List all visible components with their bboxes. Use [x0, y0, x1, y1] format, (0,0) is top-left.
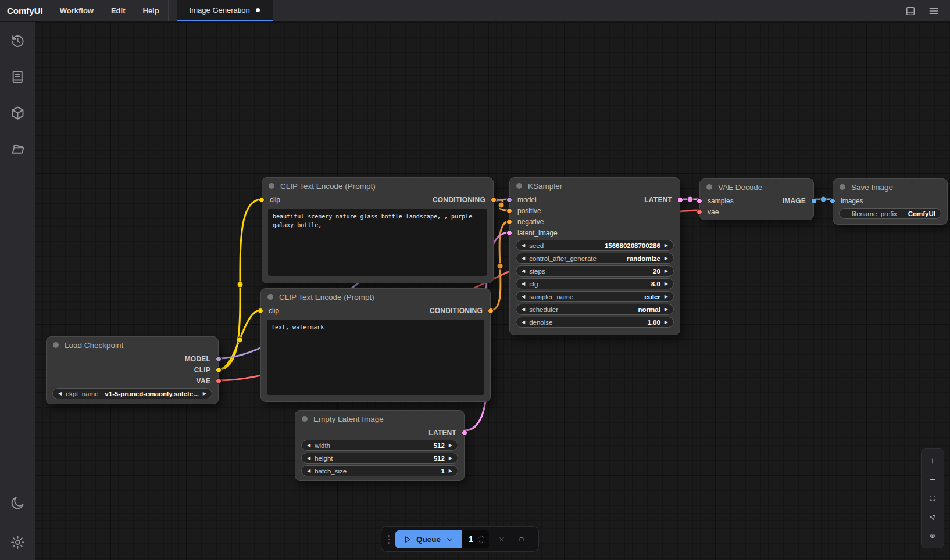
increment-arrow-icon[interactable]: ▶ — [449, 469, 452, 473]
increment-arrow-icon[interactable]: ▶ — [665, 295, 668, 299]
widget-sampler-name[interactable]: ◀ sampler_name euler ▶ — [516, 291, 674, 302]
node-save-image[interactable]: Save Image images filename_prefix ComfyU… — [833, 178, 948, 225]
stop-button[interactable] — [515, 532, 528, 546]
workflows-button[interactable] — [9, 140, 26, 157]
node-clip-text-encode-positive[interactable]: CLIP Text Encode (Prompt) clip CONDITION… — [262, 177, 494, 283]
widget-width[interactable]: ◀ width 512 ▶ — [301, 440, 458, 451]
decrement-arrow-icon[interactable]: ◀ — [522, 295, 525, 299]
collapse-dot-icon[interactable] — [53, 342, 59, 348]
drag-handle-icon[interactable] — [388, 535, 390, 544]
port-clip-output[interactable] — [216, 367, 222, 373]
node-header[interactable]: KSampler — [510, 178, 680, 194]
widget-cfg[interactable]: ◀ cfg 8.0 ▶ — [516, 278, 674, 289]
select-mode-button[interactable] — [926, 510, 940, 524]
decrement-arrow-icon[interactable]: ◀ — [522, 256, 525, 261]
batch-count-input[interactable]: 1 — [462, 530, 489, 548]
increment-arrow-icon[interactable]: ▶ — [665, 320, 668, 325]
clear-queue-button[interactable] — [495, 532, 509, 546]
widget-denoise[interactable]: ◀ denoise 1.00 ▶ — [516, 317, 674, 328]
port-vae-input[interactable] — [697, 209, 702, 215]
collapse-dot-icon[interactable] — [516, 183, 522, 189]
node-header[interactable]: VAE Decode — [700, 179, 813, 195]
collapse-dot-icon[interactable] — [267, 294, 273, 300]
widget-scheduler[interactable]: ◀ scheduler normal ▶ — [516, 304, 674, 315]
port-latent-image-input[interactable] — [506, 230, 512, 236]
port-model-output[interactable] — [216, 356, 222, 362]
port-latent-output[interactable] — [462, 430, 467, 436]
node-clip-text-encode-negative[interactable]: CLIP Text Encode (Prompt) clip CONDITION… — [260, 288, 491, 402]
negative-prompt-textarea[interactable]: text, watermark — [267, 320, 484, 395]
widget-height[interactable]: ◀ height 512 ▶ — [301, 453, 458, 464]
node-load-checkpoint[interactable]: Load Checkpoint MODEL CLIP VAE ◀ ckpt_na… — [46, 336, 219, 404]
collapse-dot-icon[interactable] — [706, 184, 712, 190]
increment-arrow-icon[interactable]: ▶ — [203, 392, 206, 396]
toggle-link-visibility-button[interactable] — [926, 529, 940, 543]
node-header[interactable]: Save Image — [833, 179, 947, 195]
node-library-button[interactable] — [9, 68, 26, 85]
widget-steps[interactable]: ◀ steps 20 ▶ — [516, 265, 674, 277]
widget-ckpt-name[interactable]: ◀ ckpt_name v1-5-pruned-emaonly.safete..… — [52, 388, 212, 399]
collapse-dot-icon[interactable] — [302, 416, 308, 422]
port-samples-input[interactable] — [697, 198, 702, 204]
queue-button[interactable]: Queue — [395, 530, 462, 548]
decrement-arrow-icon[interactable]: ◀ — [307, 456, 310, 461]
port-conditioning-output[interactable] — [491, 197, 497, 203]
port-model-input[interactable] — [506, 197, 512, 203]
collapse-dot-icon[interactable] — [840, 184, 845, 190]
increment-arrow-icon[interactable]: ▶ — [665, 307, 668, 312]
node-header[interactable]: Load Checkpoint — [47, 337, 218, 353]
decrement-arrow-icon[interactable]: ◀ — [522, 269, 525, 274]
port-clip-input[interactable] — [259, 197, 265, 203]
bottom-panel-toggle-icon[interactable] — [905, 5, 916, 17]
decrement-arrow-icon[interactable]: ◀ — [522, 307, 525, 312]
widget-filename-prefix[interactable]: filename_prefix ComfyUI — [839, 208, 941, 219]
node-empty-latent-image[interactable]: Empty Latent Image LATENT ◀ width 512 ▶ … — [295, 410, 465, 481]
increment-arrow-icon[interactable]: ▶ — [665, 243, 668, 248]
port-vae-output[interactable] — [216, 378, 222, 384]
widget-seed[interactable]: ◀ seed 156680208700286 ▶ — [516, 240, 674, 251]
node-header[interactable]: Empty Latent Image — [295, 411, 464, 427]
port-latent-output[interactable] — [677, 197, 683, 203]
port-clip-input[interactable] — [258, 308, 263, 314]
theme-toggle-button[interactable] — [9, 494, 26, 511]
widget-control-after-generate[interactable]: ◀ control_after_generate randomize ▶ — [516, 253, 674, 264]
tab-image-generation[interactable]: Image Generation — [177, 0, 273, 21]
decrement-arrow-icon[interactable]: ◀ — [522, 243, 525, 248]
port-conditioning-output[interactable] — [488, 308, 494, 314]
node-header[interactable]: CLIP Text Encode (Prompt) — [262, 178, 493, 194]
queue-history-button[interactable] — [9, 32, 26, 49]
port-image-output[interactable] — [811, 198, 817, 204]
increment-arrow-icon[interactable]: ▶ — [665, 256, 668, 261]
port-negative-input[interactable] — [506, 219, 512, 225]
menu-workflow[interactable]: Workflow — [51, 0, 102, 21]
zoom-out-button[interactable] — [926, 473, 940, 487]
increment-arrow-icon[interactable]: ▶ — [449, 456, 452, 461]
decrement-arrow-icon[interactable]: ◀ — [522, 282, 525, 286]
model-library-button[interactable] — [9, 104, 26, 121]
spinner-down-icon[interactable] — [478, 540, 484, 544]
node-ksampler[interactable]: KSampler model LATENT positive negative … — [509, 177, 680, 335]
widget-batch-size[interactable]: ◀ batch_size 1 ▶ — [301, 465, 458, 476]
node-vae-decode[interactable]: VAE Decode samples IMAGE vae — [699, 178, 814, 220]
settings-button[interactable] — [9, 533, 26, 551]
hamburger-menu-icon[interactable] — [928, 5, 940, 17]
menu-edit[interactable]: Edit — [102, 0, 134, 21]
decrement-arrow-icon[interactable]: ◀ — [522, 320, 525, 325]
chevron-down-icon[interactable] — [445, 535, 454, 544]
positive-prompt-textarea[interactable]: beautiful scenery nature glass bottle la… — [268, 209, 487, 276]
spinner-up-icon[interactable] — [478, 534, 484, 539]
collapse-dot-icon[interactable] — [269, 183, 274, 189]
zoom-in-button[interactable] — [926, 454, 940, 468]
app-logo[interactable]: ComfyUI — [0, 0, 51, 21]
menu-help[interactable]: Help — [134, 0, 168, 21]
fit-view-button[interactable] — [926, 491, 940, 505]
increment-arrow-icon[interactable]: ▶ — [665, 282, 668, 286]
port-images-input[interactable] — [830, 198, 835, 204]
decrement-arrow-icon[interactable]: ◀ — [307, 469, 310, 473]
node-canvas[interactable] — [35, 22, 950, 560]
decrement-arrow-icon[interactable]: ◀ — [58, 392, 62, 396]
decrement-arrow-icon[interactable]: ◀ — [307, 443, 310, 448]
node-header[interactable]: CLIP Text Encode (Prompt) — [261, 289, 490, 305]
port-positive-input[interactable] — [506, 208, 512, 214]
increment-arrow-icon[interactable]: ▶ — [665, 269, 668, 274]
